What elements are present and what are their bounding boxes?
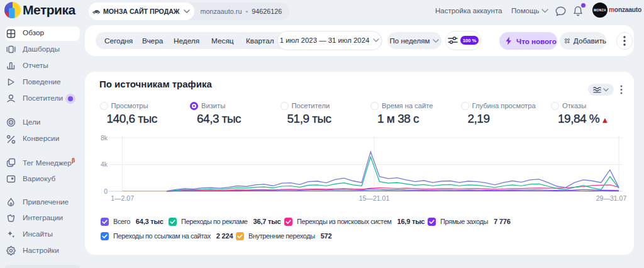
svg-text:0: 0 xyxy=(104,187,108,195)
svg-text:15—21.01: 15—21.01 xyxy=(359,194,390,202)
svg-text:29—31.07: 29—31.07 xyxy=(596,194,627,202)
svg-text:4k: 4k xyxy=(101,160,108,168)
svg-text:1—2.07: 1—2.07 xyxy=(111,194,134,202)
svg-text:8k: 8k xyxy=(101,134,108,142)
